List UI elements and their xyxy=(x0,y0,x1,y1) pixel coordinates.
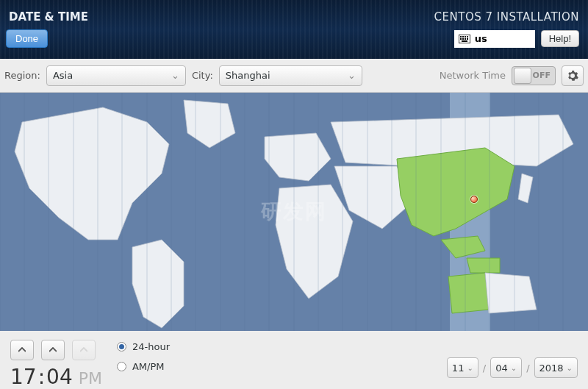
installer-title: CENTOS 7 INSTALLATION xyxy=(434,10,579,24)
radio-ampm[interactable]: AM/PM xyxy=(117,361,170,372)
done-button[interactable]: Done xyxy=(6,29,48,48)
page-title: DATE & TIME xyxy=(9,10,88,24)
keyboard-layout-indicator[interactable]: us xyxy=(454,30,535,48)
location-selector-row: Region: Asia ⌄ City: Shanghai ⌄ Network … xyxy=(0,59,588,93)
chevron-up-icon xyxy=(80,347,87,353)
svg-rect-3 xyxy=(465,36,466,38)
header-bar: DATE & TIME CENTOS 7 INSTALLATION Done u… xyxy=(0,0,588,59)
month-combobox[interactable]: 04 ⌄ xyxy=(490,357,522,378)
chevron-up-icon xyxy=(18,347,26,353)
chevron-down-icon: ⌄ xyxy=(567,364,573,372)
hour-up-button[interactable] xyxy=(10,340,34,360)
date-column: 11 ⌄ / 04 ⌄ / 2018 ⌄ xyxy=(447,357,578,378)
city-combobox[interactable]: Shanghai ⌄ xyxy=(219,65,362,86)
radio-ampm-label: AM/PM xyxy=(132,361,165,372)
switch-knob xyxy=(514,68,531,84)
day-combobox[interactable]: 11 ⌄ xyxy=(447,357,478,378)
city-label: City: xyxy=(192,70,213,81)
month-value: 04 xyxy=(495,363,508,374)
year-value: 2018 xyxy=(539,363,564,374)
chevron-down-icon: ⌄ xyxy=(171,70,179,81)
clock-ampm: PM xyxy=(79,369,102,388)
network-time-switch[interactable]: OFF xyxy=(512,66,556,85)
world-land xyxy=(0,93,588,331)
network-time-settings-button[interactable] xyxy=(562,65,584,86)
keyboard-icon xyxy=(459,35,470,43)
ampm-up-button xyxy=(72,340,96,360)
city-value: Shanghai xyxy=(226,70,270,81)
clock-hour: 17 xyxy=(10,365,37,389)
chevron-down-icon: ⌄ xyxy=(348,70,356,81)
svg-rect-2 xyxy=(462,36,464,38)
year-combobox[interactable]: 2018 ⌄ xyxy=(534,357,578,378)
time-format-column: 24-hour AM/PM xyxy=(117,341,170,372)
chevron-down-icon: ⌄ xyxy=(467,364,473,372)
svg-rect-9 xyxy=(462,40,467,42)
keyboard-layout-label: us xyxy=(475,33,487,44)
chevron-down-icon: ⌄ xyxy=(511,364,517,372)
day-value: 11 xyxy=(452,363,465,374)
radio-24hour[interactable]: 24-hour xyxy=(117,341,170,352)
clock-display: 17 : 04 PM xyxy=(10,365,102,389)
timezone-map[interactable]: 研发网 xyxy=(0,93,588,331)
svg-rect-7 xyxy=(465,38,466,40)
gear-icon xyxy=(567,70,578,82)
svg-rect-5 xyxy=(460,38,462,40)
radio-icon xyxy=(117,362,126,371)
network-time-label: Network Time xyxy=(440,70,506,81)
region-value: Asia xyxy=(53,70,73,81)
chevron-up-icon xyxy=(49,347,57,353)
svg-rect-6 xyxy=(462,38,464,40)
svg-rect-1 xyxy=(460,36,462,38)
clock-separator: : xyxy=(38,365,45,389)
region-label: Region: xyxy=(4,70,40,81)
svg-rect-8 xyxy=(467,38,468,40)
help-button[interactable]: Help! xyxy=(541,30,579,47)
datetime-controls: 17 : 04 PM 24-hour AM/PM 11 ⌄ / 04 ⌄ / 2… xyxy=(0,331,588,389)
clock-minute: 04 xyxy=(46,365,73,389)
time-column: 17 : 04 PM xyxy=(10,340,102,389)
region-combobox[interactable]: Asia ⌄ xyxy=(46,65,186,86)
date-separator: / xyxy=(483,363,486,374)
switch-state: OFF xyxy=(533,71,551,80)
svg-rect-4 xyxy=(467,36,468,38)
radio-icon xyxy=(117,342,126,351)
city-marker xyxy=(470,196,478,203)
minute-up-button[interactable] xyxy=(41,340,65,360)
radio-24hour-label: 24-hour xyxy=(132,341,170,352)
date-separator: / xyxy=(526,363,529,374)
